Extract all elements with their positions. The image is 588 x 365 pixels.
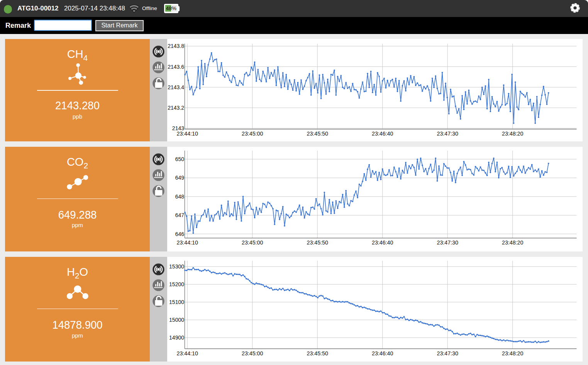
svg-text:649: 649 [175, 175, 185, 181]
svg-text:23:47:30: 23:47:30 [437, 131, 458, 137]
svg-text:23:47:30: 23:47:30 [437, 239, 458, 246]
svg-text:23:45:50: 23:45:50 [307, 350, 328, 357]
svg-text:23:45:00: 23:45:00 [242, 350, 263, 357]
svg-text:23:48:20: 23:48:20 [502, 239, 523, 246]
svg-text:23:45:50: 23:45:50 [307, 131, 328, 137]
svg-text:23:45:00: 23:45:00 [242, 239, 263, 246]
svg-text:23:46:40: 23:46:40 [372, 239, 393, 246]
svg-text:23:45:50: 23:45:50 [307, 239, 328, 246]
svg-text:23:46:40: 23:46:40 [372, 350, 393, 357]
svg-text:23:45:00: 23:45:00 [242, 131, 263, 137]
svg-text:23:44:10: 23:44:10 [177, 350, 198, 357]
svg-text:647: 647 [175, 212, 185, 218]
svg-text:2143.6: 2143.6 [168, 64, 184, 70]
svg-text:15000: 15000 [169, 317, 184, 323]
svg-text:15100: 15100 [169, 299, 184, 305]
svg-text:2143.4: 2143.4 [168, 84, 184, 90]
svg-text:23:44:10: 23:44:10 [177, 239, 198, 246]
svg-text:15200: 15200 [169, 281, 184, 287]
svg-text:648: 648 [175, 194, 185, 200]
svg-text:23:46:40: 23:46:40 [372, 131, 393, 137]
svg-text:650: 650 [175, 156, 185, 162]
svg-text:14900: 14900 [169, 334, 184, 341]
svg-text:23:44:10: 23:44:10 [177, 131, 198, 137]
svg-text:646: 646 [175, 231, 185, 237]
svg-text:23:48:20: 23:48:20 [502, 350, 523, 357]
svg-text:23:47:30: 23:47:30 [437, 350, 458, 357]
svg-text:2143.2: 2143.2 [168, 105, 184, 111]
svg-text:2143.8: 2143.8 [168, 43, 184, 49]
svg-text:23:48:20: 23:48:20 [502, 131, 523, 137]
svg-text:15300: 15300 [169, 263, 184, 270]
